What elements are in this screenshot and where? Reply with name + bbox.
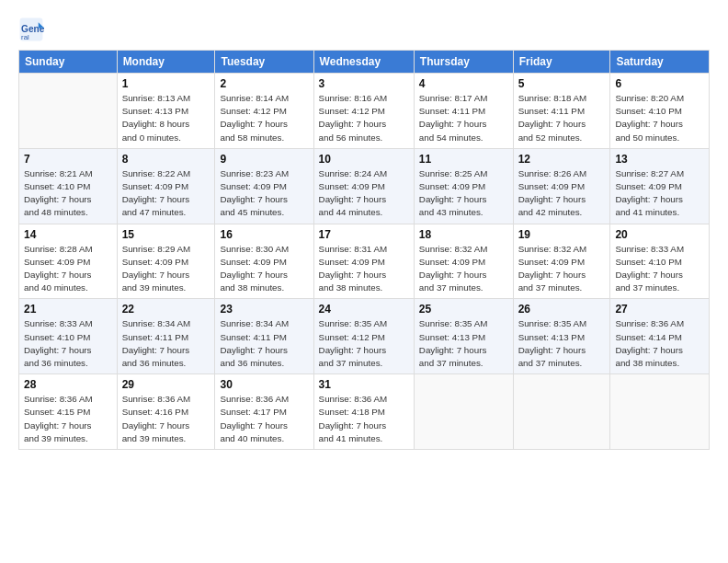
calendar-cell: 11Sunrise: 8:25 AM Sunset: 4:09 PM Dayli… bbox=[414, 148, 513, 224]
calendar-cell: 3Sunrise: 8:16 AM Sunset: 4:12 PM Daylig… bbox=[313, 74, 414, 149]
calendar-cell: 15Sunrise: 8:29 AM Sunset: 4:09 PM Dayli… bbox=[117, 224, 215, 299]
day-number: 24 bbox=[319, 303, 409, 316]
day-info: Sunrise: 8:29 AM Sunset: 4:09 PM Dayligh… bbox=[122, 243, 210, 295]
day-info: Sunrise: 8:13 AM Sunset: 4:13 PM Dayligh… bbox=[122, 92, 210, 144]
weekday-header-thursday: Thursday bbox=[414, 51, 513, 74]
day-info: Sunrise: 8:25 AM Sunset: 4:09 PM Dayligh… bbox=[419, 167, 508, 220]
calendar-cell: 17Sunrise: 8:31 AM Sunset: 4:09 PM Dayli… bbox=[313, 224, 414, 299]
calendar-cell: 16Sunrise: 8:30 AM Sunset: 4:09 PM Dayli… bbox=[215, 224, 313, 299]
calendar-cell bbox=[610, 374, 710, 450]
day-info: Sunrise: 8:34 AM Sunset: 4:11 PM Dayligh… bbox=[220, 317, 308, 370]
day-number: 5 bbox=[518, 77, 606, 90]
weekday-header-monday: Monday bbox=[117, 51, 215, 74]
calendar-cell: 7Sunrise: 8:21 AM Sunset: 4:10 PM Daylig… bbox=[19, 148, 118, 224]
day-info: Sunrise: 8:33 AM Sunset: 4:10 PM Dayligh… bbox=[24, 317, 112, 370]
day-number: 2 bbox=[220, 77, 308, 90]
day-number: 14 bbox=[24, 228, 112, 241]
day-number: 10 bbox=[319, 153, 409, 166]
svg-text:ral: ral bbox=[21, 33, 29, 41]
calendar-cell bbox=[19, 74, 118, 149]
day-number: 23 bbox=[220, 303, 308, 316]
weekday-header-saturday: Saturday bbox=[610, 51, 710, 74]
day-info: Sunrise: 8:18 AM Sunset: 4:11 PM Dayligh… bbox=[518, 92, 606, 144]
day-info: Sunrise: 8:17 AM Sunset: 4:11 PM Dayligh… bbox=[419, 92, 508, 144]
day-info: Sunrise: 8:36 AM Sunset: 4:17 PM Dayligh… bbox=[220, 393, 308, 445]
calendar-cell: 28Sunrise: 8:36 AM Sunset: 4:15 PM Dayli… bbox=[19, 374, 118, 450]
day-info: Sunrise: 8:26 AM Sunset: 4:09 PM Dayligh… bbox=[518, 167, 606, 220]
day-number: 13 bbox=[615, 153, 704, 166]
day-info: Sunrise: 8:36 AM Sunset: 4:18 PM Dayligh… bbox=[319, 393, 409, 445]
calendar-cell: 14Sunrise: 8:28 AM Sunset: 4:09 PM Dayli… bbox=[19, 224, 118, 299]
day-number: 20 bbox=[615, 228, 704, 241]
day-number: 9 bbox=[220, 153, 308, 166]
day-number: 31 bbox=[319, 378, 409, 391]
day-number: 15 bbox=[122, 228, 210, 241]
day-number: 8 bbox=[122, 153, 210, 166]
day-number: 28 bbox=[24, 378, 112, 391]
calendar-week-row: 14Sunrise: 8:28 AM Sunset: 4:09 PM Dayli… bbox=[19, 224, 710, 299]
day-info: Sunrise: 8:32 AM Sunset: 4:09 PM Dayligh… bbox=[518, 243, 606, 295]
day-info: Sunrise: 8:16 AM Sunset: 4:12 PM Dayligh… bbox=[319, 92, 409, 144]
day-info: Sunrise: 8:22 AM Sunset: 4:09 PM Dayligh… bbox=[122, 167, 210, 220]
calendar-cell: 29Sunrise: 8:36 AM Sunset: 4:16 PM Dayli… bbox=[117, 374, 215, 450]
calendar-cell: 30Sunrise: 8:36 AM Sunset: 4:17 PM Dayli… bbox=[215, 374, 313, 450]
calendar-cell: 22Sunrise: 8:34 AM Sunset: 4:11 PM Dayli… bbox=[117, 299, 215, 374]
calendar-table: SundayMondayTuesdayWednesdayThursdayFrid… bbox=[18, 50, 710, 450]
day-number: 17 bbox=[319, 228, 409, 241]
weekday-header-sunday: Sunday bbox=[19, 51, 118, 74]
calendar-cell: 1Sunrise: 8:13 AM Sunset: 4:13 PM Daylig… bbox=[117, 74, 215, 149]
calendar-cell: 23Sunrise: 8:34 AM Sunset: 4:11 PM Dayli… bbox=[215, 299, 313, 374]
day-number: 21 bbox=[24, 303, 112, 316]
weekday-header-wednesday: Wednesday bbox=[313, 51, 414, 74]
weekday-header-friday: Friday bbox=[513, 51, 610, 74]
day-number: 26 bbox=[518, 303, 606, 316]
day-number: 22 bbox=[122, 303, 210, 316]
day-info: Sunrise: 8:30 AM Sunset: 4:09 PM Dayligh… bbox=[220, 243, 308, 295]
day-info: Sunrise: 8:21 AM Sunset: 4:10 PM Dayligh… bbox=[24, 167, 112, 220]
calendar-cell: 20Sunrise: 8:33 AM Sunset: 4:10 PM Dayli… bbox=[610, 224, 710, 299]
day-info: Sunrise: 8:20 AM Sunset: 4:10 PM Dayligh… bbox=[615, 92, 704, 144]
calendar-week-row: 21Sunrise: 8:33 AM Sunset: 4:10 PM Dayli… bbox=[19, 299, 710, 374]
day-number: 6 bbox=[615, 77, 704, 90]
logo-icon: Gene ral bbox=[18, 17, 44, 42]
day-info: Sunrise: 8:35 AM Sunset: 4:13 PM Dayligh… bbox=[419, 317, 508, 370]
calendar-cell: 31Sunrise: 8:36 AM Sunset: 4:18 PM Dayli… bbox=[313, 374, 414, 450]
day-info: Sunrise: 8:32 AM Sunset: 4:09 PM Dayligh… bbox=[419, 243, 508, 295]
day-info: Sunrise: 8:31 AM Sunset: 4:09 PM Dayligh… bbox=[319, 243, 409, 295]
day-number: 25 bbox=[419, 303, 508, 316]
day-info: Sunrise: 8:14 AM Sunset: 4:12 PM Dayligh… bbox=[220, 92, 308, 144]
day-number: 11 bbox=[419, 153, 508, 166]
calendar-cell: 24Sunrise: 8:35 AM Sunset: 4:12 PM Dayli… bbox=[313, 299, 414, 374]
calendar-week-row: 28Sunrise: 8:36 AM Sunset: 4:15 PM Dayli… bbox=[19, 374, 710, 450]
day-info: Sunrise: 8:35 AM Sunset: 4:13 PM Dayligh… bbox=[518, 317, 606, 370]
calendar-cell bbox=[414, 374, 513, 450]
day-number: 29 bbox=[122, 378, 210, 391]
calendar-cell: 26Sunrise: 8:35 AM Sunset: 4:13 PM Dayli… bbox=[513, 299, 610, 374]
day-info: Sunrise: 8:28 AM Sunset: 4:09 PM Dayligh… bbox=[24, 243, 112, 295]
calendar-cell: 27Sunrise: 8:36 AM Sunset: 4:14 PM Dayli… bbox=[610, 299, 710, 374]
calendar-cell: 19Sunrise: 8:32 AM Sunset: 4:09 PM Dayli… bbox=[513, 224, 610, 299]
day-number: 30 bbox=[220, 378, 308, 391]
calendar-cell: 25Sunrise: 8:35 AM Sunset: 4:13 PM Dayli… bbox=[414, 299, 513, 374]
day-number: 27 bbox=[615, 303, 704, 316]
calendar-cell: 12Sunrise: 8:26 AM Sunset: 4:09 PM Dayli… bbox=[513, 148, 610, 224]
day-number: 1 bbox=[122, 77, 210, 90]
weekday-header-tuesday: Tuesday bbox=[215, 51, 313, 74]
logo: Gene ral bbox=[18, 17, 48, 42]
weekday-header-row: SundayMondayTuesdayWednesdayThursdayFrid… bbox=[19, 51, 710, 74]
day-number: 4 bbox=[419, 77, 508, 90]
calendar-cell: 18Sunrise: 8:32 AM Sunset: 4:09 PM Dayli… bbox=[414, 224, 513, 299]
day-info: Sunrise: 8:24 AM Sunset: 4:09 PM Dayligh… bbox=[319, 167, 409, 220]
day-number: 12 bbox=[518, 153, 606, 166]
day-info: Sunrise: 8:33 AM Sunset: 4:10 PM Dayligh… bbox=[615, 243, 704, 295]
day-info: Sunrise: 8:36 AM Sunset: 4:16 PM Dayligh… bbox=[122, 393, 210, 445]
calendar-cell: 10Sunrise: 8:24 AM Sunset: 4:09 PM Dayli… bbox=[313, 148, 414, 224]
page-header: Gene ral bbox=[18, 17, 710, 42]
day-info: Sunrise: 8:23 AM Sunset: 4:09 PM Dayligh… bbox=[220, 167, 308, 220]
day-info: Sunrise: 8:35 AM Sunset: 4:12 PM Dayligh… bbox=[319, 317, 409, 370]
calendar-cell: 21Sunrise: 8:33 AM Sunset: 4:10 PM Dayli… bbox=[19, 299, 118, 374]
calendar-cell: 9Sunrise: 8:23 AM Sunset: 4:09 PM Daylig… bbox=[215, 148, 313, 224]
day-info: Sunrise: 8:34 AM Sunset: 4:11 PM Dayligh… bbox=[122, 317, 210, 370]
day-number: 18 bbox=[419, 228, 508, 241]
day-info: Sunrise: 8:36 AM Sunset: 4:15 PM Dayligh… bbox=[24, 393, 112, 445]
